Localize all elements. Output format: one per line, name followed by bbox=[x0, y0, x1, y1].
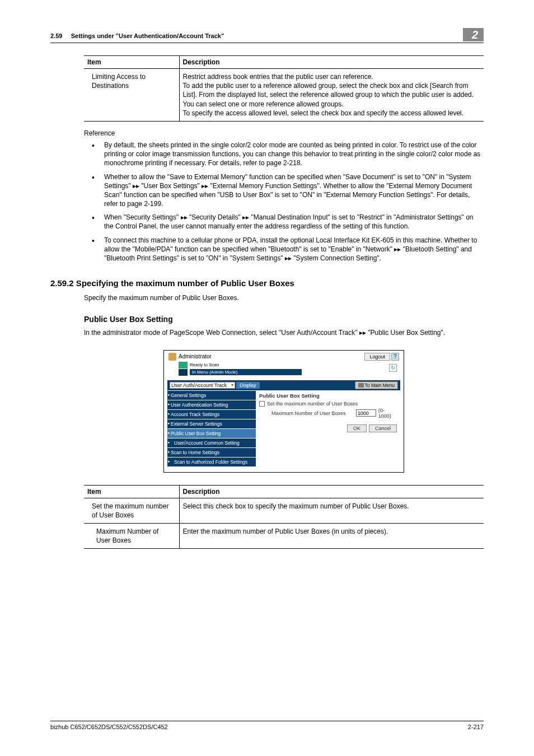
menu-status-icon bbox=[179, 369, 188, 376]
main-panel: Public User Box Setting Set the maximum … bbox=[256, 390, 400, 466]
table-row: Set the maximum number of User Boxes Sel… bbox=[84, 498, 484, 523]
section-heading: 2.59.2 Specifying the maximum number of … bbox=[50, 278, 484, 288]
reference-list: By default, the sheets printed in the si… bbox=[84, 141, 484, 263]
table1-r1-item: Limiting Access to Destinations bbox=[84, 69, 179, 122]
logout-button[interactable]: Logout bbox=[364, 353, 390, 361]
table2-head-item: Item bbox=[84, 485, 179, 498]
display-button[interactable]: Display bbox=[236, 382, 260, 389]
embedded-screenshot: Administrator Ready to Scan In Menu (Adm… bbox=[163, 350, 404, 473]
status-ready: Ready to Scan bbox=[190, 362, 219, 367]
section-desc: Specify the maximum number of Public Use… bbox=[84, 293, 484, 302]
table2-head-desc: Description bbox=[179, 485, 484, 498]
to-main-label: To Main Menu bbox=[365, 382, 395, 388]
range-label: (0-1000) bbox=[378, 408, 397, 419]
subsection-desc: In the administrator mode of PageScope W… bbox=[84, 328, 484, 337]
printer-status-icon bbox=[179, 362, 188, 368]
table2-r1-item: Set the maximum number of User Boxes bbox=[84, 498, 179, 523]
sidebar: General Settings User Authentication Set… bbox=[167, 390, 256, 466]
table-row: Limiting Access to Destinations Restrict… bbox=[84, 69, 484, 122]
list-item: To connect this machine to a cellular ph… bbox=[84, 236, 484, 263]
header-breadcrumb: 2.59 Settings under "User Authentication… bbox=[50, 28, 224, 39]
chapter-badge: 2 bbox=[463, 28, 484, 41]
ok-button[interactable]: OK bbox=[347, 424, 367, 432]
sidebar-item-user-auth[interactable]: User Authentication Setting bbox=[167, 400, 256, 409]
table2-r2-desc: Enter the maximum number of Public User … bbox=[179, 523, 484, 548]
mode-bar: In Menu (Admin Mode) bbox=[190, 369, 302, 375]
table1-r1-desc: Restrict address book entries that the p… bbox=[179, 69, 484, 122]
sidebar-item-ext-server[interactable]: External Server Settings bbox=[167, 419, 256, 428]
table-public-box: Item Description Set the maximum number … bbox=[84, 485, 484, 549]
table1-head-desc: Description bbox=[179, 56, 484, 69]
footer-model: bizhub C652/C652DS/C552/C552DS/C452 bbox=[50, 724, 168, 730]
sidebar-item-general[interactable]: General Settings bbox=[167, 390, 256, 400]
to-main-menu-button[interactable]: To Main Menu bbox=[355, 381, 398, 389]
sidebar-item-account-track[interactable]: Account Track Settings bbox=[167, 409, 256, 419]
table2-r2-item: Maximum Number of User Boxes bbox=[84, 523, 179, 548]
table-limiting-access: Item Description Limiting Access to Dest… bbox=[84, 55, 484, 122]
list-item: Whether to allow the "Save to External M… bbox=[84, 172, 484, 209]
help-icon[interactable]: ? bbox=[391, 353, 399, 361]
header-section-title: Settings under "User Authentication/Acco… bbox=[71, 32, 224, 39]
max-boxes-checkbox[interactable] bbox=[259, 401, 265, 407]
checkbox-label: Set the maximum number of User Boxes bbox=[267, 401, 358, 407]
sidebar-item-common[interactable]: User/Account Common Setting bbox=[167, 438, 256, 447]
list-item: By default, the sheets printed in the si… bbox=[84, 141, 484, 168]
footer-page: 2-217 bbox=[468, 724, 484, 730]
admin-label: Administrator bbox=[179, 353, 212, 360]
max-number-input[interactable] bbox=[356, 409, 376, 417]
sidebar-item-scan-home[interactable]: Scan to Home Settings bbox=[167, 447, 256, 457]
sidebar-item-public-box[interactable]: Public User Box Setting bbox=[167, 428, 256, 438]
panel-title: Public User Box Setting bbox=[259, 393, 397, 399]
sidebar-item-scan-folder[interactable]: Scan to Authorized Folder Settings bbox=[167, 457, 256, 466]
max-number-label: Maximum Number of User Boxes bbox=[271, 410, 354, 416]
subsection-heading: Public User Box Setting bbox=[84, 315, 484, 324]
menu-icon bbox=[358, 383, 364, 388]
cancel-button[interactable]: Cancel bbox=[369, 424, 397, 432]
table2-r1-desc: Select this check box to specify the max… bbox=[179, 498, 484, 523]
table1-head-item: Item bbox=[84, 56, 179, 69]
page-footer: bizhub C652/C652DS/C552/C552DS/C452 2-21… bbox=[50, 721, 484, 730]
page-header: 2.59 Settings under "User Authentication… bbox=[50, 28, 484, 43]
list-item: When "Security Settings" ▸▸ "Security De… bbox=[84, 213, 484, 231]
refresh-icon[interactable]: ↻ bbox=[389, 364, 397, 372]
nav-dropdown[interactable]: User Auth/Account Track bbox=[170, 382, 235, 389]
header-section-no: 2.59 bbox=[50, 32, 62, 39]
admin-icon bbox=[168, 353, 176, 361]
nav-bar: User Auth/Account Track Display To Main … bbox=[167, 380, 400, 390]
table-row: Maximum Number of User Boxes Enter the m… bbox=[84, 523, 484, 548]
reference-label: Reference bbox=[84, 129, 484, 137]
